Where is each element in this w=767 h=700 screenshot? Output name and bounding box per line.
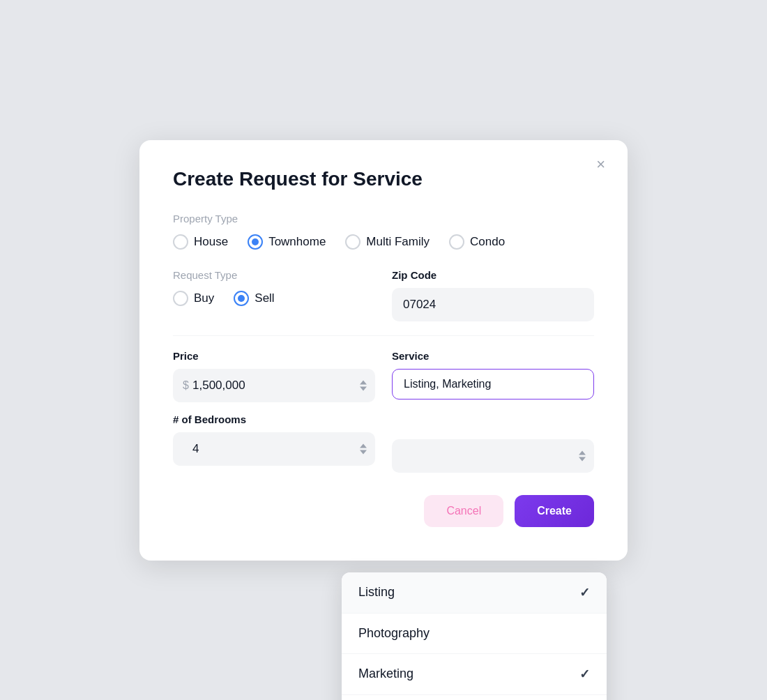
price-label: Price <box>173 350 375 362</box>
bedrooms-input[interactable] <box>173 432 375 466</box>
bathrooms-spinner[interactable] <box>579 450 586 461</box>
bedrooms-up-arrow[interactable] <box>360 443 367 448</box>
radio-townhome-circle <box>248 234 263 250</box>
price-input[interactable] <box>173 369 375 402</box>
bathrooms-input[interactable] <box>392 439 594 473</box>
modal-title: Create Request for Service <box>173 168 594 190</box>
property-type-condo-label: Condo <box>470 235 505 249</box>
service-group: Service Listing, Marketing <box>392 350 594 400</box>
bedrooms-row: # of Bedrooms <box>173 413 594 473</box>
close-button[interactable]: × <box>591 154 611 175</box>
property-type-multifamily-label: Multi Family <box>366 235 430 249</box>
price-service-row: Price $ Service Listing, Marketing <box>173 350 594 402</box>
price-up-arrow[interactable] <box>360 380 367 384</box>
price-group: Price $ <box>173 350 375 402</box>
property-type-condo[interactable]: Condo <box>449 234 505 250</box>
property-type-townhome[interactable]: Townhome <box>248 234 326 250</box>
service-dropdown: Listing ✓ Photography Marketing ✓ Negoti… <box>342 572 607 701</box>
price-spinner[interactable] <box>360 380 367 390</box>
property-type-house[interactable]: House <box>173 234 228 250</box>
service-option-listing[interactable]: Listing ✓ <box>342 572 607 614</box>
request-type-label: Request Type <box>173 269 375 281</box>
bedrooms-label: # of Bedrooms <box>173 413 375 425</box>
property-type-townhome-label: Townhome <box>268 235 326 249</box>
service-option-marketing[interactable]: Marketing ✓ <box>342 654 607 695</box>
property-type-house-label: House <box>194 235 228 249</box>
request-type-buy[interactable]: Buy <box>173 291 214 306</box>
property-type-group: House Townhome Multi Family Condo <box>173 234 594 250</box>
bottom-row: Cancel Create <box>173 495 594 527</box>
radio-condo-circle <box>449 234 464 250</box>
marketing-check-icon: ✓ <box>579 667 590 682</box>
zip-code-label: Zip Code <box>392 269 594 281</box>
bedrooms-down-arrow[interactable] <box>360 450 367 454</box>
create-button[interactable]: Create <box>515 495 594 527</box>
bedrooms-group: # of Bedrooms <box>173 413 375 466</box>
request-type-group: Request Type Buy Sell <box>173 269 375 306</box>
request-type-buy-label: Buy <box>194 291 214 305</box>
request-type-options: Buy Sell <box>173 291 375 306</box>
cancel-button[interactable]: Cancel <box>424 495 503 527</box>
price-down-arrow[interactable] <box>360 386 367 390</box>
radio-buy-circle <box>173 291 188 306</box>
service-option-photography[interactable]: Photography <box>342 614 607 654</box>
price-input-wrapper: $ <box>173 369 375 402</box>
service-trigger[interactable]: Listing, Marketing <box>392 369 594 400</box>
zip-code-input[interactable] <box>392 288 594 321</box>
service-label: Service <box>392 350 594 362</box>
radio-townhome-inner <box>252 238 259 245</box>
bathrooms-group <box>392 413 594 473</box>
bathrooms-input-wrapper <box>392 439 594 473</box>
modal: × Create Request for Service Property Ty… <box>139 140 628 561</box>
request-type-sell[interactable]: Sell <box>234 291 274 306</box>
service-option-marketing-label: Marketing <box>358 667 413 681</box>
request-zip-row: Request Type Buy Sell Zip Code <box>173 269 594 321</box>
radio-house-circle <box>173 234 188 250</box>
bathrooms-up-arrow[interactable] <box>579 450 586 455</box>
service-option-listing-label: Listing <box>358 585 395 600</box>
radio-sell-circle <box>234 291 249 306</box>
radio-sell-inner <box>238 295 245 302</box>
property-type-label: Property Type <box>173 213 594 225</box>
bathrooms-label-placeholder <box>392 413 594 432</box>
property-type-multifamily[interactable]: Multi Family <box>345 234 430 250</box>
bedrooms-input-wrapper <box>173 432 375 466</box>
service-option-photography-label: Photography <box>358 626 430 641</box>
spacer-1 <box>173 402 594 413</box>
divider-1 <box>173 335 594 336</box>
bedrooms-spinner[interactable] <box>360 443 367 454</box>
listing-check-icon: ✓ <box>579 585 590 600</box>
dollar-icon: $ <box>183 379 189 392</box>
service-option-negotiation[interactable]: Negotiation <box>342 695 607 701</box>
radio-multifamily-circle <box>345 234 360 250</box>
zip-code-group: Zip Code <box>392 269 594 321</box>
bathrooms-down-arrow[interactable] <box>579 457 586 461</box>
request-type-sell-label: Sell <box>255 291 274 305</box>
